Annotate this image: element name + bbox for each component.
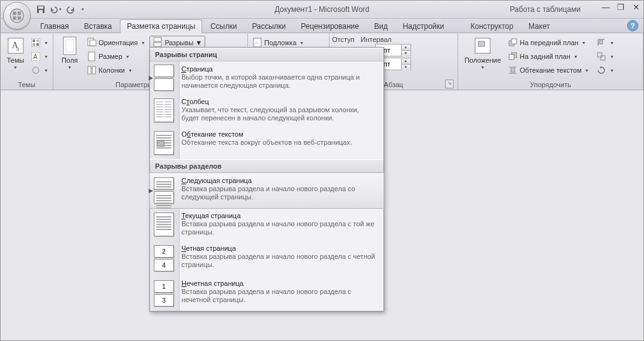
undo-button[interactable]: ▼: [50, 3, 62, 16]
svg-rect-43: [512, 39, 517, 44]
quick-access-toolbar: ▼ ▾: [35, 3, 86, 16]
spin-up[interactable]: ▲: [402, 45, 411, 51]
svg-rect-52: [598, 53, 602, 57]
text-wrap-button[interactable]: Обтекание текстом▼: [506, 63, 591, 77]
group-arrange: Положение ▼ На передний план▼ На задний …: [458, 33, 643, 90]
position-button[interactable]: Положение ▼: [461, 34, 505, 71]
svg-rect-25: [92, 66, 95, 74]
ribbon-tabs: Главная Вставка Разметка страницы Ссылки…: [1, 19, 643, 33]
rotate-button[interactable]: ▼: [594, 63, 616, 77]
paragraph-launcher[interactable]: ↘: [445, 80, 454, 88]
tab-view[interactable]: Вид: [367, 19, 395, 33]
svg-rect-4: [18, 16, 21, 19]
theme-effects-button[interactable]: ▼: [29, 63, 50, 77]
theme-fonts-button[interactable]: A▼: [29, 50, 50, 63]
send-back-button[interactable]: На задний план▼: [506, 50, 591, 63]
svg-rect-45: [509, 55, 514, 60]
svg-rect-22: [90, 40, 96, 46]
svg-rect-23: [89, 52, 95, 61]
group-icon: [596, 51, 606, 61]
tab-mailings[interactable]: Рассылки: [245, 19, 292, 33]
bring-front-button[interactable]: На передний план▼: [506, 36, 591, 50]
text-wrapping-icon: [153, 130, 175, 155]
document-title: Документ1 - Microsoft Word: [274, 5, 369, 14]
svg-rect-2: [18, 12, 21, 15]
menu-item-page[interactable]: ▶ СтраницаВыбор точки, в которой заканчи…: [150, 61, 384, 94]
menu-item-text-wrapping[interactable]: Обтекание текстомОбтекание текста вокруг…: [150, 127, 384, 159]
section-next-page-icon: [153, 177, 175, 204]
svg-rect-26: [154, 38, 161, 41]
svg-rect-1: [13, 12, 16, 15]
menu-item-next-page[interactable]: ▶ Следующая страницаВставка разрыва разд…: [149, 172, 384, 209]
bring-front-icon: [508, 38, 518, 48]
menu-item-even-page[interactable]: 24 Четная страницаВставка разрыва раздел…: [150, 241, 384, 276]
office-button[interactable]: [3, 2, 31, 29]
themes-button[interactable]: Aa Темы ▼: [3, 34, 28, 71]
svg-rect-6: [38, 6, 43, 9]
restore-button[interactable]: ❐: [616, 2, 626, 12]
group-button[interactable]: ▼: [594, 50, 616, 63]
text-wrap-icon: [508, 65, 518, 75]
svg-rect-7: [39, 10, 43, 13]
menu-item-column[interactable]: СтолбецУказывает, что текст, следующий з…: [150, 94, 384, 127]
svg-rect-14: [33, 43, 35, 46]
svg-text:a: a: [16, 45, 19, 52]
breaks-menu: Разрывы страниц ▶ СтраницаВыбор точки, в…: [149, 47, 384, 312]
submenu-arrow-icon: ▶: [149, 75, 153, 81]
help-icon[interactable]: ?: [627, 20, 638, 31]
rotate-icon: [596, 65, 606, 75]
svg-rect-41: [478, 41, 485, 46]
tab-table-layout[interactable]: Макет: [522, 19, 557, 33]
section-even-page-icon: 24: [153, 244, 175, 272]
svg-text:A: A: [255, 40, 259, 46]
svg-rect-24: [88, 66, 91, 74]
tab-page-layout[interactable]: Разметка страницы: [120, 19, 202, 33]
context-title: Работа с таблицами: [510, 5, 581, 14]
size-button[interactable]: Размер▼: [85, 50, 147, 63]
tab-addins[interactable]: Надстройки: [396, 19, 451, 33]
send-back-icon: [508, 51, 518, 61]
columns-button[interactable]: Колонки▼: [85, 63, 147, 77]
spin-up[interactable]: ▲: [402, 58, 411, 65]
orientation-button[interactable]: Ориентация▼: [85, 36, 147, 50]
menu-item-title: Страница: [181, 65, 378, 73]
svg-rect-53: [601, 56, 605, 60]
qat-customize[interactable]: ▾: [80, 3, 86, 16]
menu-header-page-breaks: Разрывы страниц: [150, 48, 384, 61]
submenu-arrow-icon: ▶: [149, 187, 153, 194]
group-themes: Aa Темы ▼ ▼ A▼ ▼ Темы: [1, 33, 53, 90]
align-icon: [596, 38, 606, 48]
svg-text:A: A: [33, 53, 38, 60]
menu-item-continuous[interactable]: Текущая страницаВставка разрыва раздела …: [150, 208, 384, 241]
menu-header-section-breaks: Разрывы разделов: [150, 159, 384, 173]
save-button[interactable]: [35, 3, 47, 16]
theme-colors-button[interactable]: ▼: [29, 36, 50, 50]
svg-rect-27: [154, 43, 161, 46]
close-button[interactable]: ✕: [631, 2, 641, 12]
align-button[interactable]: ▼: [594, 36, 616, 50]
spin-down[interactable]: ▼: [402, 51, 411, 56]
window-controls: — ❐ ✕: [601, 2, 641, 12]
svg-point-18: [33, 67, 39, 73]
tab-table-design[interactable]: Конструктор: [464, 19, 520, 33]
svg-rect-15: [36, 43, 39, 46]
svg-rect-3: [13, 16, 16, 19]
tab-insert[interactable]: Вставка: [77, 19, 119, 33]
page-break-icon: [153, 65, 175, 90]
tab-home[interactable]: Главная: [33, 19, 76, 33]
group-label-arrange: Упорядочить: [461, 80, 640, 90]
tab-review[interactable]: Рецензирование: [294, 19, 366, 33]
margins-button[interactable]: Поля ▼: [56, 34, 83, 71]
minimize-button[interactable]: —: [601, 2, 611, 12]
svg-rect-13: [36, 39, 39, 42]
app-window: ▼ ▾ Документ1 - Microsoft Word Работа с …: [0, 0, 644, 341]
spacing-label: Интервал: [361, 36, 413, 43]
svg-point-0: [10, 9, 24, 23]
section-odd-page-icon: 13: [153, 280, 175, 307]
svg-rect-46: [511, 68, 515, 72]
menu-item-odd-page[interactable]: 13 Нечетная страницаВставка разрыва разд…: [150, 276, 384, 311]
column-break-icon: [153, 98, 175, 123]
spin-down[interactable]: ▼: [402, 65, 411, 70]
redo-button[interactable]: [65, 3, 77, 16]
tab-references[interactable]: Ссылки: [203, 19, 244, 33]
